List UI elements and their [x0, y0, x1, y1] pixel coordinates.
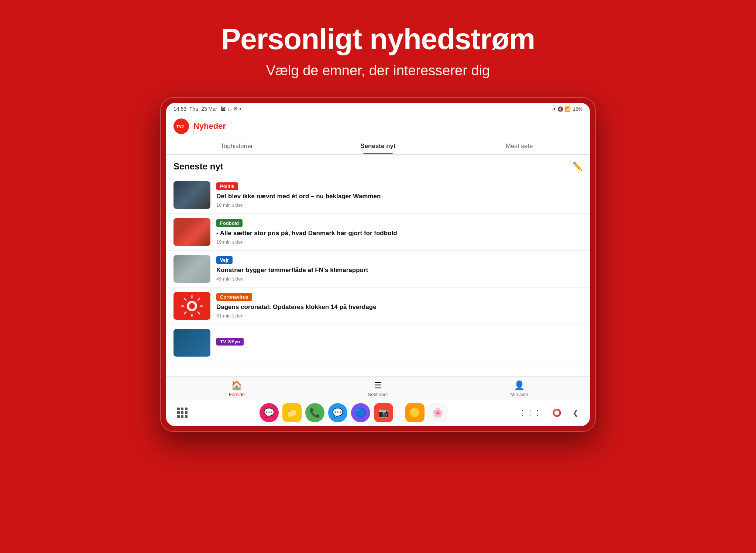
news-body-0: Politik Det blev ikke nævnt med ét ord –… [216, 182, 583, 208]
app-icon-2[interactable]: 📞 [305, 403, 324, 422]
svg-text:TV2: TV2 [176, 124, 184, 129]
news-item-4[interactable]: TV 2/Fyn [166, 324, 590, 361]
svg-line-7 [184, 298, 186, 300]
nav-min-side[interactable]: 👤 Min side [497, 380, 542, 397]
news-headline-1: - Alle sætter stor pris på, hvad Danmark… [216, 229, 583, 237]
status-left: 14.53 Thu, 23 Mar 🖼 ᴛ₂ ✉ • [173, 106, 241, 112]
content-area: Seneste nyt ✏️ Politik Det blev ikke næv… [166, 155, 590, 376]
news-body-3: Coronavirus Dagens coronatal: Opdateres … [216, 293, 583, 319]
nav-forside-label: Forside [229, 392, 245, 397]
android-apps-row: 💬 📁 📞 💬 🔵 📷 🟡 🌸 [260, 403, 447, 422]
thumbnail-3 [173, 292, 210, 320]
app-name: Nyheder [193, 121, 226, 131]
android-nav-back[interactable]: ❮ [573, 408, 579, 417]
promo-header: Personligt nyhedstrøm Vælg de emner, der… [0, 0, 756, 97]
app-icon-3[interactable]: 💬 [328, 403, 347, 422]
nav-sektioner-label: Sektioner [368, 392, 388, 397]
promo-subtitle: Vælg de emner, der interesserer dig [15, 63, 741, 79]
android-nav-buttons: ⋮⋮⋮ ⭕ ❮ [519, 408, 579, 417]
profile-icon: 👤 [514, 380, 525, 391]
news-tag-4: TV 2/Fyn [216, 338, 244, 346]
promo-title: Personligt nyhedstrøm [15, 22, 741, 56]
thumbnail-2 [173, 255, 210, 283]
tv2-logo: TV2 [173, 118, 189, 134]
device-frame: 14.53 Thu, 23 Mar 🖼 ᴛ₂ ✉ • ✈ 🔇 📶 16% TV2… [160, 97, 596, 432]
bottom-nav: 🏠 Forside ☰ Sektioner 👤 Min side [166, 376, 590, 399]
status-time: 14.53 [173, 106, 186, 112]
battery-level: 16% [573, 106, 583, 112]
news-tag-0: Politik [216, 182, 238, 190]
tab-mest-sete[interactable]: Mest sete [449, 137, 590, 154]
news-time-1: 19 min siden [216, 239, 583, 245]
app-icon-6[interactable]: 🟡 [405, 403, 425, 422]
news-tag-2: Vejr [216, 256, 233, 264]
news-item-2[interactable]: Vejr Kunstner bygger tømmerflåde af FN's… [166, 251, 590, 288]
nav-min-side-label: Min side [510, 392, 528, 397]
grid-button[interactable] [177, 408, 188, 418]
section-title: Seneste nyt [173, 161, 223, 172]
app-icon-7[interactable]: 🌸 [428, 403, 447, 422]
news-item-1[interactable]: Fodbold - Alle sætter stor pris på, hvad… [166, 214, 590, 251]
sections-icon: ☰ [374, 380, 382, 391]
app-icon-4[interactable]: 🔵 [351, 403, 370, 422]
android-bar: 💬 📁 📞 💬 🔵 📷 🟡 🌸 ⋮⋮⋮ ⭕ ❮ [166, 399, 590, 426]
news-headline-2: Kunstner bygger tømmerflåde af FN's klim… [216, 266, 583, 274]
news-body-1: Fodbold - Alle sætter stor pris på, hvad… [216, 219, 583, 245]
news-item-3[interactable]: Coronavirus Dagens coronatal: Opdateres … [166, 288, 590, 324]
status-date: Thu, 23 Mar [189, 106, 217, 112]
signal-icon: ✈ 🔇 📶 [552, 106, 571, 112]
news-body-4: TV 2/Fyn [216, 338, 583, 348]
tab-tophistorier[interactable]: Tophistorier [166, 137, 307, 154]
svg-line-9 [184, 312, 186, 314]
svg-point-2 [189, 303, 195, 309]
home-icon: 🏠 [231, 380, 242, 391]
section-header: Seneste nyt ✏️ [166, 155, 590, 177]
edit-icon[interactable]: ✏️ [573, 162, 583, 171]
status-right: ✈ 🔇 📶 16% [552, 106, 583, 112]
status-icons: 🖼 ᴛ₂ ✉ • [220, 106, 241, 112]
android-nav-home[interactable]: ⭕ [552, 408, 561, 417]
news-list: Politik Det blev ikke nævnt med ét ord –… [166, 177, 590, 361]
news-time-0: 18 min siden [216, 202, 583, 208]
thumbnail-1 [173, 218, 210, 246]
nav-forside[interactable]: 🏠 Forside [214, 380, 259, 397]
device-screen: 14.53 Thu, 23 Mar 🖼 ᴛ₂ ✉ • ✈ 🔇 📶 16% TV2… [166, 103, 590, 426]
app-icon-5[interactable]: 📷 [374, 403, 393, 422]
app-icon-0[interactable]: 💬 [260, 403, 279, 422]
news-time-2: 49 min siden [216, 276, 583, 282]
news-body-2: Vejr Kunstner bygger tømmerflåde af FN's… [216, 256, 583, 282]
thumbnail-0 [173, 181, 210, 209]
news-time-3: 51 min siden [216, 313, 583, 319]
thumbnail-4 [173, 329, 210, 357]
news-headline-0: Det blev ikke nævnt med ét ord – nu bekl… [216, 192, 583, 200]
news-item-0[interactable]: Politik Det blev ikke nævnt med ét ord –… [166, 177, 590, 214]
svg-line-10 [198, 312, 200, 314]
news-headline-3: Dagens coronatal: Opdateres klokken 14 p… [216, 303, 583, 311]
divider [399, 405, 399, 421]
android-nav-menu[interactable]: ⋮⋮⋮ [519, 408, 541, 417]
svg-line-8 [198, 298, 200, 300]
tab-bar: Tophistorier Seneste nyt Mest sete [166, 137, 590, 155]
status-bar: 14.53 Thu, 23 Mar 🖼 ᴛ₂ ✉ • ✈ 🔇 📶 16% [166, 103, 590, 115]
tab-seneste-nyt[interactable]: Seneste nyt [307, 137, 449, 154]
nav-sektioner[interactable]: ☰ Sektioner [356, 380, 400, 397]
app-header: TV2 Nyheder [166, 115, 590, 137]
news-tag-3: Coronavirus [216, 293, 252, 301]
app-icon-1[interactable]: 📁 [282, 403, 302, 422]
news-tag-1: Fodbold [216, 219, 243, 227]
